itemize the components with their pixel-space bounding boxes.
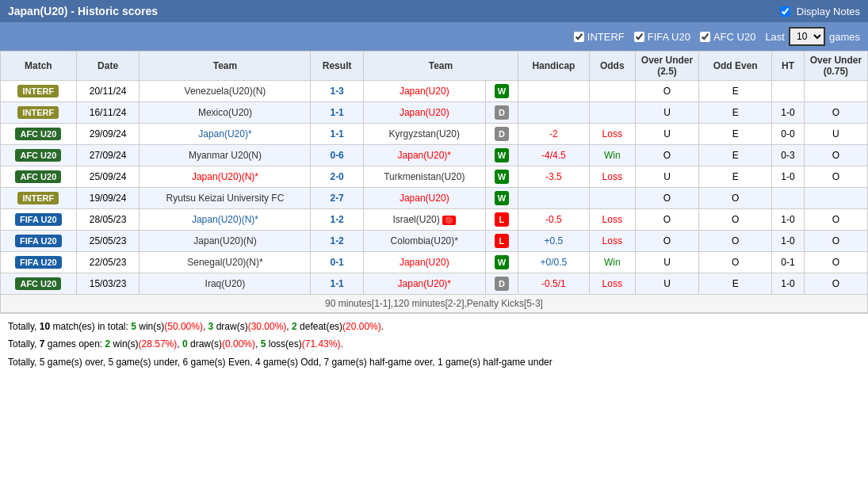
cell-ou075: O: [804, 166, 867, 188]
th-result: Result: [311, 52, 363, 81]
cell-ht: [772, 188, 805, 209]
total-wins-pct: (50.00%): [164, 321, 203, 332]
cell-handicap: -3.5: [518, 166, 590, 188]
cell-handicap: [518, 188, 590, 209]
cell-result[interactable]: 1-2: [311, 209, 363, 231]
cell-team1[interactable]: Japan(U20)(N): [140, 231, 311, 252]
open-losses-pct: (71.43%): [302, 338, 341, 349]
display-notes-checkbox[interactable]: [780, 6, 790, 17]
total-matches: 10: [40, 321, 50, 332]
stats-bar: Totally, 10 match(es) in total: 5 win(s)…: [0, 313, 868, 376]
cell-odd-even: O: [699, 231, 772, 252]
cell-team2[interactable]: Turkmenistan(U20): [363, 166, 485, 188]
cell-handicap: -0.5/1: [518, 273, 590, 295]
cell-date: 22/05/23: [76, 252, 140, 273]
cell-odds: [589, 188, 635, 209]
cell-result[interactable]: 2-0: [311, 166, 363, 188]
cell-team1[interactable]: Japan(U20)(N)*: [140, 209, 311, 231]
cell-ou25: U: [635, 166, 698, 188]
cell-odds: Loss: [589, 273, 635, 295]
cell-result[interactable]: 1-2: [311, 231, 363, 252]
last-select-container: Last 5 10 15 20 25 30 games: [765, 27, 860, 46]
cell-team2[interactable]: Japan(U20)*: [363, 145, 485, 166]
total-wins: 5: [131, 321, 136, 332]
cell-wdl: L: [485, 209, 518, 231]
cell-ou25: U: [635, 102, 698, 124]
table-row: AFC U2025/09/24Japan(U20)(N)*2-0Turkmeni…: [1, 166, 868, 188]
header-bar: Japan(U20) - Historic scores Display Not…: [0, 0, 868, 22]
cell-wdl: D: [485, 124, 518, 145]
cell-match-type: AFC U20: [1, 145, 77, 166]
afc-label: AFC U20: [713, 31, 755, 43]
cell-team1[interactable]: Venezuela(U20)(N): [140, 81, 311, 102]
filter-bar: INTERF FIFA U20 AFC U20 Last 5 10 15 20 …: [0, 22, 868, 51]
cell-date: 16/11/24: [76, 102, 140, 124]
cell-match-type: FIFA U20: [1, 231, 77, 252]
cell-team1[interactable]: Japan(U20)*: [140, 124, 311, 145]
filter-fifa: FIFA U20: [634, 31, 690, 43]
th-odd-even: Odd Even: [699, 52, 772, 81]
open-draws: 0: [182, 338, 188, 349]
cell-team1[interactable]: Myanmar U20(N): [140, 145, 311, 166]
cell-ou25: O: [635, 81, 698, 102]
open-draws-pct: (0.00%): [222, 338, 255, 349]
table-row: AFC U2029/09/24Japan(U20)*1-1Kyrgyzstan(…: [1, 124, 868, 145]
cell-odds: [589, 102, 635, 124]
cell-result[interactable]: 1-1: [311, 273, 363, 295]
cell-team1[interactable]: Ryutsu Keizai University FC: [140, 188, 311, 209]
cell-result[interactable]: 1-1: [311, 124, 363, 145]
cell-ht: 0-3: [772, 145, 805, 166]
cell-date: 19/09/24: [76, 188, 140, 209]
cell-odds: Loss: [589, 209, 635, 231]
cell-ou25: U: [635, 124, 698, 145]
cell-handicap: +0.5: [518, 231, 590, 252]
cell-date: 15/03/23: [76, 273, 140, 295]
cell-team1[interactable]: Senegal(U20)(N)*: [140, 252, 311, 273]
cell-result[interactable]: 0-6: [311, 145, 363, 166]
cell-team2[interactable]: Colombia(U20)*: [363, 231, 485, 252]
cell-team1[interactable]: Mexico(U20): [140, 102, 311, 124]
cell-team2[interactable]: Japan(U20)*: [363, 273, 485, 295]
th-ht: HT: [772, 52, 805, 81]
cell-result[interactable]: 2-7: [311, 188, 363, 209]
cell-team2[interactable]: Japan(U20): [363, 188, 485, 209]
cell-match-type: AFC U20: [1, 124, 77, 145]
total-draws: 3: [208, 321, 214, 332]
cell-odd-even: E: [699, 124, 772, 145]
cell-result[interactable]: 1-1: [311, 102, 363, 124]
cell-team1[interactable]: Iraq(U20): [140, 273, 311, 295]
filter-afc: AFC U20: [700, 31, 755, 43]
cell-team2[interactable]: Israel(U20) 🔴: [363, 209, 485, 231]
cell-wdl: L: [485, 231, 518, 252]
cell-odds: [589, 81, 635, 102]
table-row: FIFA U2022/05/23Senegal(U20)(N)*0-1Japan…: [1, 252, 868, 273]
cell-team2[interactable]: Japan(U20): [363, 252, 485, 273]
cell-match-type: FIFA U20: [1, 252, 77, 273]
open-games: 7: [40, 338, 45, 349]
afc-checkbox[interactable]: [700, 32, 710, 42]
last-games-select[interactable]: 5 10 15 20 25 30: [789, 27, 825, 46]
cell-odd-even: E: [699, 102, 772, 124]
cell-odds: Win: [589, 252, 635, 273]
cell-result[interactable]: 0-1: [311, 252, 363, 273]
interf-checkbox[interactable]: [574, 32, 584, 42]
total-defeats: 2: [292, 321, 297, 332]
fifa-checkbox[interactable]: [634, 32, 644, 42]
scores-table: Match Date Team Result Team Handicap Odd…: [0, 51, 868, 313]
cell-match-type: AFC U20: [1, 273, 77, 295]
stats-line-1: Totally, 10 match(es) in total: 5 win(s)…: [8, 319, 860, 334]
cell-odd-even: O: [699, 209, 772, 231]
footer-note: 90 minutes[1-1],120 minutes[2-2],Penalty…: [1, 295, 868, 313]
table-row: FIFA U2028/05/23Japan(U20)(N)*1-2Israel(…: [1, 209, 868, 231]
stats-line-2: Totally, 7 games open: 2 win(s)(28.57%),…: [8, 336, 860, 352]
cell-team1[interactable]: Japan(U20)(N)*: [140, 166, 311, 188]
cell-team2[interactable]: Kyrgyzstan(U20): [363, 124, 485, 145]
cell-team2[interactable]: Japan(U20): [363, 102, 485, 124]
cell-date: 20/11/24: [76, 81, 140, 102]
cell-team2[interactable]: Japan(U20): [363, 81, 485, 102]
games-label: games: [829, 31, 860, 43]
cell-result[interactable]: 1-3: [311, 81, 363, 102]
total-defeats-pct: (20.00%): [342, 321, 381, 332]
filter-interf: INTERF: [574, 31, 625, 43]
th-match: Match: [1, 52, 77, 81]
